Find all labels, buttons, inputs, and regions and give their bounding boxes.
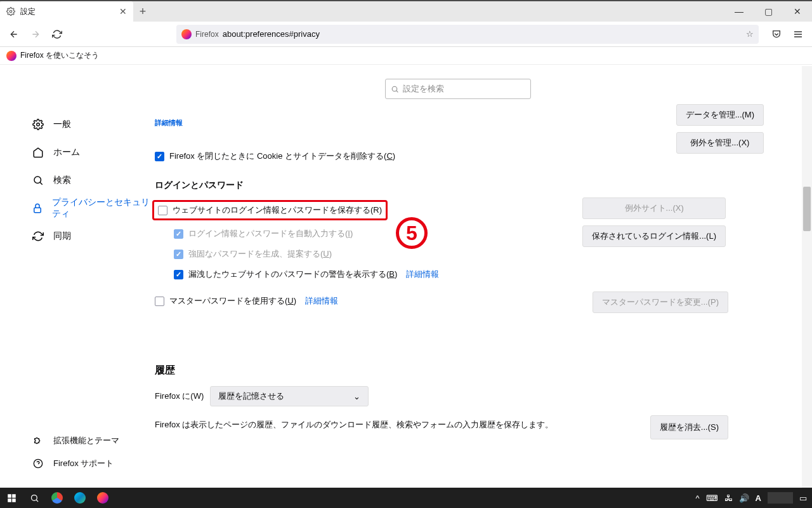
search-icon [391, 85, 399, 93]
svg-rect-6 [8, 494, 11, 498]
pocket-button[interactable] [766, 24, 787, 44]
manage-exceptions-button[interactable]: 例外を管理...(X) [676, 132, 764, 154]
app-menu-button[interactable] [788, 24, 808, 44]
taskbar-firefox[interactable] [91, 488, 114, 508]
tray-volume-icon[interactable]: 🔊 [739, 493, 749, 503]
more-info-link[interactable]: 詳細情報 [305, 295, 338, 307]
sync-icon [32, 230, 44, 243]
firefox-label: Firefox [195, 30, 219, 39]
sidebar-item-privacy[interactable]: プライバシーとセキュリティ [25, 194, 152, 222]
more-info-link[interactable]: 詳細情報 [406, 269, 439, 280]
svg-rect-3 [34, 208, 41, 213]
tray-ime[interactable]: A [756, 493, 761, 503]
svg-point-0 [10, 10, 12, 13]
bookmarks-bar: Firefox を使いこなそう [0, 47, 812, 65]
clear-history-button[interactable]: 履歴を消去...(S) [650, 415, 728, 439]
sidebar-item-general[interactable]: 一般 [25, 110, 152, 138]
sidebar-item-label: ホーム [53, 147, 80, 158]
checkbox-delete-cookies[interactable]: ✓ [155, 152, 164, 161]
svg-rect-7 [12, 494, 16, 498]
sidebar-item-home[interactable]: ホーム [25, 138, 152, 166]
tray-network-icon[interactable]: 🖧 [724, 493, 733, 503]
start-button[interactable] [0, 488, 23, 508]
minimize-button[interactable]: — [724, 1, 754, 22]
reload-button[interactable] [47, 24, 67, 44]
history-mode-select[interactable]: 履歴を記憶させる ⌄ [210, 386, 369, 406]
section-logins-passwords: ログインとパスワード [155, 180, 764, 191]
sidebar-item-label: 一般 [53, 119, 71, 130]
checkbox-label: ログイン情報とパスワードを自動入力する(I) [188, 228, 353, 239]
url-address: about:preferences#privacy [223, 29, 742, 39]
chevron-down-icon: ⌄ [353, 392, 360, 401]
checkbox-label: 強固なパスワードを生成、提案する(U) [188, 248, 332, 260]
history-label: Firefox に(W) [155, 391, 204, 402]
checkbox-suggest-strong-pw: ✓ [174, 250, 183, 259]
settings-main: 設定を検索 詳細情報 データを管理...(M) 例外を管理...(X) ✓ Fi… [152, 66, 802, 488]
checkbox-label: Firefox を閉じたときに Cookie とサイトデータを削除する(C) [169, 150, 395, 162]
history-description: Firefox は表示したページの履歴、ファイルのダウンロード履歴、検索やフォー… [155, 418, 637, 432]
checkbox-master-password[interactable] [155, 297, 164, 306]
svg-point-1 [37, 123, 40, 126]
close-tab-icon[interactable]: ✕ [119, 6, 127, 17]
window-controls: — ▢ ✕ [724, 1, 812, 22]
tray-blank [768, 492, 793, 504]
gear-icon [32, 118, 44, 131]
search-settings-input[interactable]: 設定を検索 [385, 79, 531, 99]
tray-notifications-icon[interactable]: ▭ [799, 493, 807, 503]
sidebar-item-search[interactable]: 検索 [25, 166, 152, 194]
sidebar-item-support[interactable]: Firefox サポート [25, 452, 119, 475]
gear-icon [6, 7, 15, 16]
forward-button[interactable] [25, 24, 46, 44]
svg-point-5 [392, 86, 397, 91]
tray-keyboard-icon[interactable]: ⌨ [706, 493, 718, 503]
lock-icon [32, 202, 43, 215]
maximize-button[interactable]: ▢ [754, 1, 783, 22]
sidebar-item-extensions[interactable]: 拡張機能とテーマ [25, 429, 119, 452]
annotation-step-5: 5 [396, 217, 428, 249]
scrollbar-thumb[interactable] [803, 187, 811, 231]
svg-point-10 [31, 495, 37, 500]
checkbox-breach-alerts[interactable]: ✓ [174, 270, 183, 279]
search-icon [32, 174, 44, 187]
settings-sidebar: 一般 ホーム 検索 プライバシーとセキュリティ 同期 拡張機能とテーマ Fire… [0, 66, 152, 488]
saved-logins-button[interactable]: 保存されているログイン情報...(L) [582, 225, 726, 247]
titlebar: 設定 ✕ + — ▢ ✕ [0, 0, 812, 22]
manage-data-button[interactable]: データを管理...(M) [676, 104, 764, 126]
close-window-button[interactable]: ✕ [783, 1, 812, 22]
checkbox-autofill: ✓ [174, 229, 183, 239]
bookmark-star-icon[interactable]: ☆ [746, 29, 754, 39]
vertical-scrollbar[interactable] [802, 66, 812, 488]
home-icon [32, 146, 44, 159]
tab-title: 設定 [20, 6, 114, 17]
svg-rect-9 [12, 498, 16, 502]
taskbar-edge[interactable] [69, 488, 91, 508]
svg-point-2 [34, 177, 41, 184]
checkbox-save-passwords[interactable] [158, 206, 167, 215]
detail-info-link[interactable]: 詳細情報 [155, 118, 764, 128]
help-icon [32, 457, 44, 470]
checkbox-label: マスターパスワードを使用する(U) [169, 295, 296, 307]
checkbox-label: 漏洩したウェブサイトのパスワードの警告を表示する(B) [188, 269, 397, 280]
url-bar[interactable]: Firefox about:preferences#privacy ☆ [176, 25, 759, 44]
puzzle-icon [32, 434, 44, 447]
browser-tab-settings[interactable]: 設定 ✕ [0, 1, 133, 22]
content-area: 一般 ホーム 検索 プライバシーとセキュリティ 同期 拡張機能とテーマ Fire… [0, 66, 812, 488]
new-tab-button[interactable]: + [133, 1, 152, 22]
change-master-password-button[interactable]: マスターパスワードを変更...(P) [593, 291, 728, 313]
exception-sites-button[interactable]: 例外サイト...(X) [582, 197, 726, 219]
annotation-highlight-box: ウェブサイトのログイン情報とパスワードを保存する(R) [152, 200, 388, 220]
firefox-icon [6, 51, 16, 61]
svg-rect-8 [8, 498, 11, 502]
taskbar-chrome[interactable] [46, 488, 69, 508]
checkbox-label: ウェブサイトのログイン情報とパスワードを保存する(R) [173, 204, 382, 216]
taskbar-search[interactable] [23, 488, 46, 508]
search-placeholder: 設定を検索 [403, 83, 444, 95]
sidebar-item-label: 拡張機能とテーマ [53, 435, 119, 446]
back-button[interactable] [4, 24, 24, 44]
sidebar-item-sync[interactable]: 同期 [25, 222, 152, 250]
bookmark-getting-started[interactable]: Firefox を使いこなそう [20, 50, 99, 61]
firefox-icon [181, 29, 192, 39]
select-value: 履歴を記憶させる [218, 391, 284, 402]
sidebar-item-label: 同期 [53, 231, 71, 242]
tray-chevron-up-icon[interactable]: ^ [696, 493, 700, 503]
